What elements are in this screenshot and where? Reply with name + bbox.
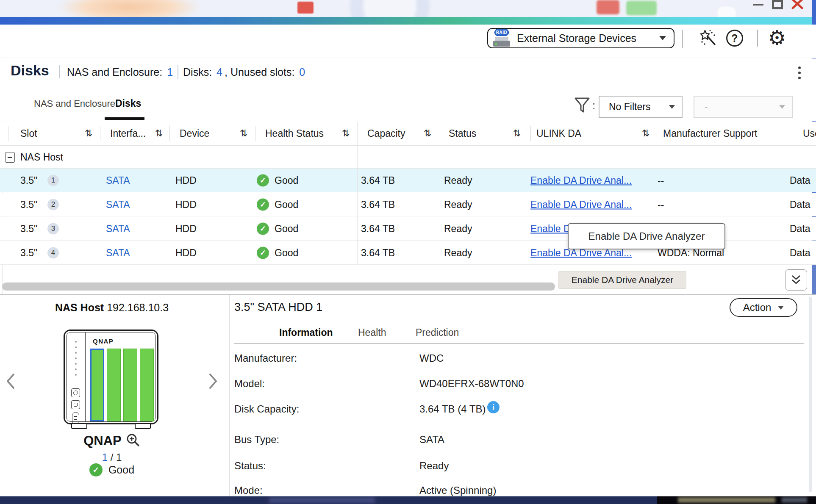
capacity-cell: 3.64 TB [361,174,395,186]
magic-wand-icon [699,28,718,48]
health-good-icon: ✓ [257,174,269,186]
sort-icon[interactable]: ⇅ [424,128,431,139]
chevron-down-icon [778,306,784,310]
action-button[interactable]: Action [730,298,797,317]
help-button[interactable]: ? [724,28,745,48]
slot-size: 3.5" [20,247,37,258]
column-header-status[interactable]: Status [449,128,476,139]
column-header-used[interactable]: Used [803,128,816,139]
tab-nas-and-enclosure[interactable]: NAS and Enclosure [34,98,115,109]
manufacturer-support-cell: -- [658,174,664,186]
slot-size: 3.5" [20,174,37,186]
action-button-label: Action [743,302,772,313]
filter-secondary-value: - [705,101,779,112]
column-header-ulink[interactable]: ULINK DA [536,128,581,139]
field-value: Ready [419,460,449,472]
column-header-slot[interactable]: Slot [20,128,37,139]
app-window: RAID External Storage Devices ? ⚙ [0,0,816,504]
page-header: Disks NAS and Enclosure: 1 Disks: 4 , Un… [0,58,816,86]
health-good-icon: ✓ [257,198,269,210]
column-header-health[interactable]: Health Status [265,128,324,139]
zoom-in-button[interactable] [126,433,140,449]
ulink-da-link[interactable]: Enable DA Drive Anal... [530,199,632,210]
stat-disks-value[interactable]: 4 [216,66,222,78]
sort-icon[interactable]: ⇅ [85,128,92,139]
stat-enclosure-value[interactable]: 1 [167,66,173,78]
drive-bay-1[interactable] [90,349,104,421]
desktop-blob [717,7,736,17]
status-cell: Ready [444,223,472,234]
drive-bay-2[interactable] [107,349,121,421]
interface-cell: SATA [106,223,130,234]
stat-disks-label: Disks: [183,66,212,78]
status-led [75,341,77,343]
stat-separator [178,65,178,79]
tab-health[interactable]: Health [358,327,386,338]
health-status-cell: Good [275,223,298,234]
sort-icon[interactable]: ⇅ [342,128,350,139]
quick-setup-button[interactable] [698,28,719,48]
more-options-button[interactable] [792,64,807,82]
page-current: 1 [102,451,108,463]
tab-disks[interactable]: Disks [115,98,141,109]
stat-unused-value[interactable]: 0 [299,66,305,78]
chevron-right-icon [208,372,219,390]
tab-prediction[interactable]: Prediction [416,327,459,338]
column-divider [357,122,358,265]
filter-secondary-dropdown[interactable]: - [694,96,793,118]
table-row[interactable]: 3.5" 1 SATA HDD ✓ Good 3.64 TB Ready Ena… [0,169,816,192]
nas-host-ip: 192.168.10.3 [107,302,169,313]
horizontal-scrollbar-thumb[interactable] [2,282,555,291]
raid-device-icon: RAID [492,29,512,47]
desktop-blob [330,0,450,17]
chevron-left-icon [5,372,16,390]
chevron-down-icon [659,36,666,40]
desktop-blob [297,2,314,14]
toolbar: RAID External Storage Devices ? ⚙ [0,25,816,58]
table-row[interactable]: 3.5" 2 SATA HDD ✓ Good 3.64 TB Ready Ena… [0,193,816,216]
filter-value: No Filters [609,101,669,113]
sort-icon[interactable]: ⇅ [240,128,247,139]
sort-icon[interactable]: ⇅ [155,128,163,139]
filter-dropdown[interactable]: No Filters [599,96,683,118]
disk-detail-title: 3.5" SATA HDD 1 [234,301,322,314]
group-label: NAS Host [20,151,63,163]
settings-button[interactable]: ⚙ [767,28,787,48]
collapse-panel-button[interactable] [785,269,807,291]
window-minimize-button[interactable] [753,4,763,6]
info-icon[interactable]: i [487,401,500,413]
field-label: Mode: [234,485,263,496]
panel-vertical-divider [229,295,230,496]
status-cell: Ready [444,199,472,210]
slot-number-badge: 1 [47,174,59,186]
field-value: WDC [419,352,444,364]
enclosure-status: ✓ Good [0,463,224,476]
collapse-group-button[interactable] [5,152,15,163]
group-row: NAS Host [0,146,816,169]
column-header-device[interactable]: Device [180,128,209,139]
field-value: 3.64 TB (4 TB) [419,403,486,415]
toolbar-separator [682,30,683,48]
device-selector-dropdown[interactable]: RAID External Storage Devices [487,28,674,48]
filter-colon: : [592,99,595,112]
ulink-da-link[interactable]: Enable DA Drive Anal... [530,174,632,186]
drive-bay-3[interactable] [123,349,137,421]
carousel-prev-button[interactable] [3,371,18,391]
column-header-support[interactable]: Manufacturer Support [663,128,757,139]
window-close-button[interactable] [791,0,803,9]
vertical-scrollbar[interactable] [809,296,812,492]
help-icon: ? [726,30,743,47]
sort-icon[interactable]: ⇅ [513,128,521,139]
tab-information[interactable]: Information [279,327,333,338]
carousel-next-button[interactable] [206,371,220,391]
raid-badge-label: RAID [494,29,509,36]
column-header-interface[interactable]: Interfa... [110,128,146,139]
panel-top-divider [0,294,816,295]
field-label: Manufacturer: [234,352,297,364]
sort-icon[interactable]: ⇅ [642,128,649,139]
summary-stats: NAS and Enclosure: 1 Disks: 4 , Unused s… [67,58,305,86]
window-maximize-button[interactable] [772,0,783,9]
drive-bay-4[interactable] [140,349,154,421]
column-header-capacity[interactable]: Capacity [367,128,405,139]
page-total: 1 [116,451,122,463]
